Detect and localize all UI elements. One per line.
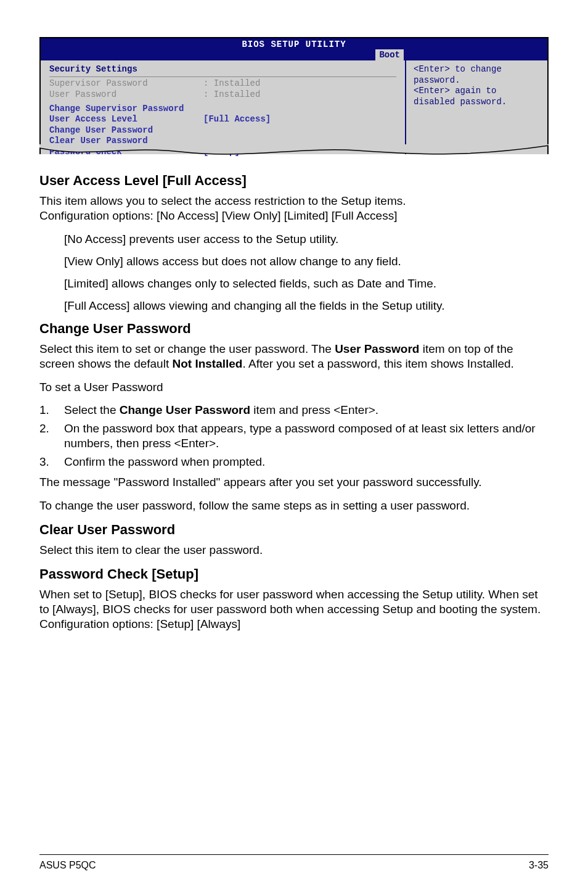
user-access-level-desc: This item allows you to select the acces… [39,194,549,223]
no-access-desc: [No Access] prevents user access to the … [64,232,549,247]
help-line: password. [414,75,540,86]
limited-desc: [Limited] allows changes only to selecte… [64,276,549,291]
change-user-password-item: Change User Password [49,125,396,136]
to-set-user-password: To set a User Password [39,380,549,395]
clear-user-password-heading: Clear User Password [39,522,549,538]
change-user-password-desc: Select this item to set or change the us… [39,342,549,371]
user-access-level-label: User Access Level [49,114,203,125]
bios-right-panel: <Enter> to change password. <Enter> agai… [406,60,547,154]
supervisor-password-value: : Installed [203,78,260,89]
security-settings-heading: Security Settings [49,64,396,77]
help-line: <Enter> again to [414,86,540,97]
user-access-level-value: [Full Access] [203,114,271,125]
bios-tab-boot: Boot [375,49,404,60]
user-access-level-heading: User Access Level [Full Access] [39,173,549,189]
help-line: <Enter> to change [414,64,540,75]
user-password-label: User Password [49,89,203,100]
page-footer: ASUS P5QC 3-35 [39,854,549,871]
list-item: 1. Select the Change User Password item … [39,403,549,418]
password-check-heading: Password Check [Setup] [39,566,549,582]
bios-title: BIOS SETUP UTILITY [41,38,547,49]
list-item: 3. Confirm the password when prompted. [39,455,549,469]
password-installed-msg: The message "Password Installed" appears… [39,475,549,490]
list-item: 2. On the password box that appears, typ… [39,421,549,451]
footer-right: 3-35 [529,860,549,871]
steps-list: 1. Select the Change User Password item … [39,403,549,469]
change-supervisor-password-item: Change Supervisor Password [49,104,396,114]
password-check-config: Configuration options: [Setup] [Always] [39,617,549,632]
bios-setup-box: BIOS SETUP UTILITY Boot Security Setting… [39,37,549,154]
change-user-password-heading: Change User Password [39,321,549,337]
user-password-value: : Installed [203,89,260,100]
view-only-desc: [View Only] allows access but does not a… [64,254,549,269]
password-check-desc: When set to [Setup], BIOS checks for use… [39,587,549,617]
change-user-password-note: To change the user password, follow the … [39,498,549,513]
help-line: disabled password. [414,97,540,108]
full-access-desc: [Full Access] allows viewing and changin… [64,299,549,313]
bios-body: Security Settings Supervisor Password : … [41,60,547,154]
footer-left: ASUS P5QC [39,860,96,871]
clear-user-password-desc: Select this item to clear the user passw… [39,543,549,558]
wave-decoration [39,144,549,159]
supervisor-password-label: Supervisor Password [49,78,203,89]
bios-left-panel: Security Settings Supervisor Password : … [41,60,406,154]
bios-menu-bar: Boot [41,49,547,60]
